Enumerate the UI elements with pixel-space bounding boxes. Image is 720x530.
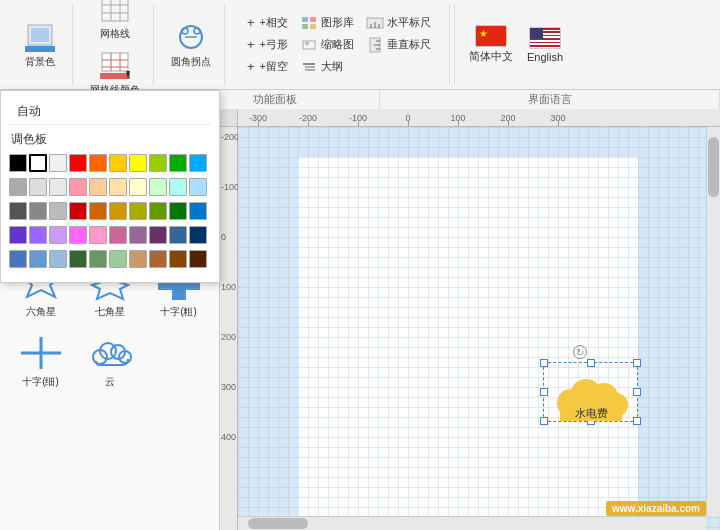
shape-item-cloud[interactable]: 云 — [77, 329, 142, 395]
color-swatch[interactable] — [89, 154, 107, 172]
color-swatch[interactable] — [49, 202, 67, 220]
color-swatch[interactable] — [69, 154, 87, 172]
color-swatch[interactable] — [89, 226, 107, 244]
color-swatch[interactable] — [29, 202, 47, 220]
ruler-h-tick — [358, 120, 359, 126]
scrollbar-vertical[interactable] — [706, 127, 720, 516]
bg-color-icon — [24, 21, 56, 53]
color-swatch[interactable] — [9, 226, 27, 244]
color-swatch[interactable] — [69, 202, 87, 220]
color-swatch[interactable] — [129, 178, 147, 196]
color-swatch[interactable] — [189, 178, 207, 196]
color-swatch[interactable] — [9, 154, 27, 172]
h-ruler-button[interactable]: 水平标尺 — [362, 13, 435, 32]
ruler-v-label: -200 — [221, 132, 239, 142]
cloud-shape[interactable]: 水电费 — [546, 375, 636, 430]
svg-rect-19 — [302, 17, 308, 22]
color-swatch[interactable] — [109, 202, 127, 220]
xiang-jiao-button[interactable]: + +相交 — [243, 13, 292, 32]
color-swatch[interactable] — [109, 154, 127, 172]
color-swatch[interactable] — [29, 154, 47, 172]
color-swatch[interactable] — [169, 178, 187, 196]
color-swatch[interactable] — [149, 178, 167, 196]
color-swatch[interactable] — [49, 154, 67, 172]
color-swatch[interactable] — [29, 250, 47, 268]
language-group: 简体中文 English — [454, 4, 577, 85]
color-swatch[interactable] — [149, 154, 167, 172]
color-swatch[interactable] — [29, 178, 47, 196]
color-swatch[interactable] — [169, 202, 187, 220]
color-swatch[interactable] — [29, 226, 47, 244]
color-swatch[interactable] — [109, 250, 127, 268]
shrink-label: 缩略图 — [321, 37, 354, 52]
color-swatch[interactable] — [189, 226, 207, 244]
hu-xing-label: +弓形 — [260, 37, 288, 52]
v-ruler-label: 垂直标尺 — [387, 37, 431, 52]
auto-option[interactable]: 自动 — [9, 99, 211, 125]
shapes-lib-button[interactable]: 图形库 — [296, 13, 358, 32]
color-swatch[interactable] — [169, 154, 187, 172]
plus-icon3: + — [247, 59, 255, 74]
svg-rect-8 — [102, 53, 128, 71]
shape-label-seven-star: 七角星 — [95, 305, 125, 319]
big-outline-button[interactable]: 大纲 — [296, 57, 347, 76]
color-swatch[interactable] — [49, 226, 67, 244]
toolbar-group-corner: 圆角拐点 — [158, 4, 225, 85]
scroll-thumb-v[interactable] — [708, 137, 719, 197]
svg-rect-3 — [102, 0, 128, 21]
color-swatch[interactable] — [69, 226, 87, 244]
color-swatch[interactable] — [109, 178, 127, 196]
hu-xing-button[interactable]: + +弓形 — [243, 35, 292, 54]
rotate-handle[interactable]: ↻ — [573, 345, 587, 359]
palette-title: 调色板 — [9, 131, 211, 148]
color-swatch[interactable] — [89, 178, 107, 196]
color-swatch[interactable] — [169, 250, 187, 268]
color-swatch[interactable] — [149, 202, 167, 220]
ruler-top: -300-200-1000100200300 — [238, 109, 720, 127]
color-swatch[interactable] — [69, 178, 87, 196]
shape-item-cross-thin[interactable]: 十字(细) — [8, 329, 73, 395]
color-swatch[interactable] — [189, 202, 207, 220]
round-corner-button[interactable]: 圆角拐点 — [166, 18, 216, 72]
color-swatch[interactable] — [169, 226, 187, 244]
flag-us-canton — [530, 28, 543, 39]
color-swatch[interactable] — [9, 178, 27, 196]
grid-button[interactable]: 网格线 — [91, 0, 139, 44]
lang-cn-button[interactable]: 简体中文 — [465, 21, 517, 68]
color-swatch[interactable] — [129, 154, 147, 172]
interface-lang-section: 界面语言 — [380, 90, 720, 109]
ruler-corner — [220, 109, 238, 127]
color-swatch[interactable] — [129, 202, 147, 220]
v-ruler-button[interactable]: 垂直标尺 — [362, 35, 435, 54]
color-swatch[interactable] — [149, 226, 167, 244]
color-swatch[interactable] — [9, 250, 27, 268]
bg-color-label: 背景色 — [25, 55, 55, 69]
liu-kong-label: +留空 — [260, 59, 288, 74]
color-row-1 — [9, 178, 211, 196]
color-swatch[interactable] — [49, 178, 67, 196]
shape-label-cross-thick: 十字(粗) — [160, 305, 197, 319]
color-swatch[interactable] — [89, 250, 107, 268]
shrink-button[interactable]: 缩略图 — [296, 35, 358, 54]
color-swatch[interactable] — [49, 250, 67, 268]
toolbar-group-ops: + +相交 图形库 — [229, 4, 450, 85]
color-swatch[interactable] — [69, 250, 87, 268]
color-swatch[interactable] — [189, 154, 207, 172]
color-swatch[interactable] — [109, 226, 127, 244]
ruler-v-label: 0 — [221, 232, 226, 242]
color-swatch[interactable] — [129, 226, 147, 244]
color-swatch[interactable] — [189, 250, 207, 268]
svg-rect-1 — [31, 28, 49, 42]
grid-icon — [99, 0, 131, 25]
color-swatch[interactable] — [149, 250, 167, 268]
canvas[interactable]: ↻ — [238, 127, 720, 530]
flag-us — [529, 27, 561, 49]
liu-kong-button[interactable]: + +留空 — [243, 57, 292, 76]
lang-en-button[interactable]: English — [523, 23, 567, 67]
bg-color-button[interactable]: 背景色 — [16, 18, 64, 72]
color-swatch[interactable] — [89, 202, 107, 220]
color-swatch[interactable] — [129, 250, 147, 268]
scrollbar-horizontal[interactable] — [238, 516, 706, 530]
scroll-thumb-h[interactable] — [248, 518, 308, 529]
color-swatch[interactable] — [9, 202, 27, 220]
